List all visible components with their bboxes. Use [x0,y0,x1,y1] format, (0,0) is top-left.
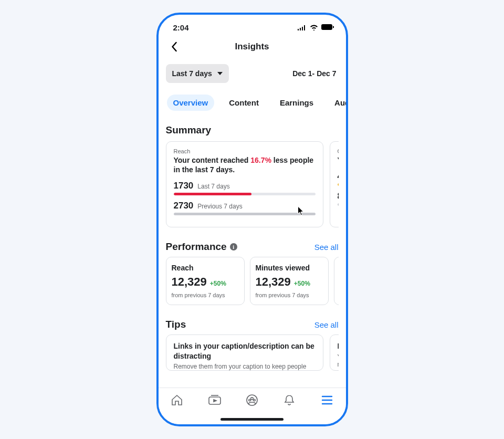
nav-groups[interactable] [245,393,259,407]
summary-previous-bar [174,213,316,215]
svg-rect-0 [321,24,332,30]
tab-content[interactable]: Content [223,95,265,111]
watch-icon [208,394,222,406]
perf-reach-delta: +50% [210,280,226,287]
tabs: Overview Content Earnings Audience [166,95,339,111]
page-title: Insights [235,41,269,52]
tip-card-2[interactable]: Kee You next [330,335,339,370]
status-time: 2:04 [173,23,189,32]
range-selector-label: Last 7 days [172,69,212,78]
menu-icon [321,395,333,405]
tab-audience[interactable]: Audience [328,95,345,111]
summary-side-title: You [338,155,339,165]
summary-previous-row: 2730 Previous 7 days [174,201,316,215]
tip-title-1: Links in your caption/description can be… [174,341,316,360]
perf-minutes-delta: +50% [294,280,310,287]
svg-point-4 [251,398,254,400]
summary-current-row: 1730 Last 7 days [174,181,316,195]
summary-current-value: 1730 [174,181,194,191]
summary-card-label: Reach [174,148,316,154]
perf-card-reach[interactable]: Reach 12,329 +50% from previous 7 days [166,257,245,305]
summary-previous-label: Previous 7 days [197,203,242,210]
perf-card-minutes[interactable]: Minutes viewed 12,329 +50% from previous… [250,257,329,305]
home-icon [171,394,183,406]
summary-side-val1: 4 [338,171,339,182]
summary-carousel[interactable]: Reach Your content reached 16.7% less pe… [166,141,339,227]
signal-icon [298,25,307,30]
tips-section-head: Tips See all [166,319,339,330]
perf-card-interactions[interactable]: Inte 12, [334,257,339,305]
bottom-nav [159,388,346,424]
tips-heading: Tips [166,319,186,330]
summary-side-val2: 8 [338,191,339,202]
summary-current-label: Last 7 days [197,183,229,190]
summary-heading: Summary [166,124,339,136]
back-button[interactable] [167,39,182,54]
perf-minutes-value: 12,329 [256,275,291,289]
nav-menu[interactable] [320,393,334,407]
perf-reach-value: 12,329 [172,275,207,289]
date-range-text: Dec 1- Dec 7 [292,69,338,78]
caret-down-icon [217,72,223,75]
summary-side-card[interactable]: Crea You 4 L 8 P [330,141,339,227]
tab-earnings[interactable]: Earnings [274,95,320,111]
groups-icon [246,394,258,406]
performance-see-all[interactable]: See all [314,243,339,252]
tip-body-1: Remove them from your caption to keep pe… [174,363,316,370]
svg-point-5 [249,399,250,401]
svg-rect-1 [333,26,334,28]
performance-carousel[interactable]: Reach 12,329 +50% from previous 7 days M… [166,257,339,305]
summary-current-bar [174,193,316,195]
home-indicator [220,418,284,421]
performance-section-head: Performance i See all [166,241,339,253]
summary-card-headline: Your content reached 16.7% less people i… [174,155,316,174]
bell-icon [284,394,295,406]
summary-delta: 16.7% [250,156,271,164]
phone-frame: 2:04 Insights Last 7 days Dec 1- De [156,13,348,426]
battery-icon [321,24,334,30]
tips-see-all[interactable]: See all [314,320,339,329]
summary-side-label: Crea [338,148,339,154]
nav-watch[interactable] [208,393,222,407]
status-bar: 2:04 [159,15,346,35]
tab-overview[interactable]: Overview [167,95,215,111]
date-row: Last 7 days Dec 1- Dec 7 [166,64,339,83]
summary-reach-card[interactable]: Reach Your content reached 16.7% less pe… [166,141,323,227]
nav-home[interactable] [170,393,184,407]
svg-point-6 [254,399,255,401]
summary-previous-value: 2730 [174,201,194,211]
nav-notifications[interactable] [282,393,296,407]
page-header: Insights [159,35,346,59]
info-icon[interactable]: i [230,243,237,250]
chevron-left-icon [171,41,177,52]
performance-heading: Performance i [166,241,237,253]
tip-card-1[interactable]: Links in your caption/description can be… [166,335,323,370]
main-content: Last 7 days Dec 1- Dec 7 Overview Conten… [159,59,346,388]
wifi-icon [310,24,318,30]
status-indicators [298,24,334,30]
range-selector[interactable]: Last 7 days [166,64,229,83]
tips-carousel[interactable]: Links in your caption/description can be… [166,335,339,370]
